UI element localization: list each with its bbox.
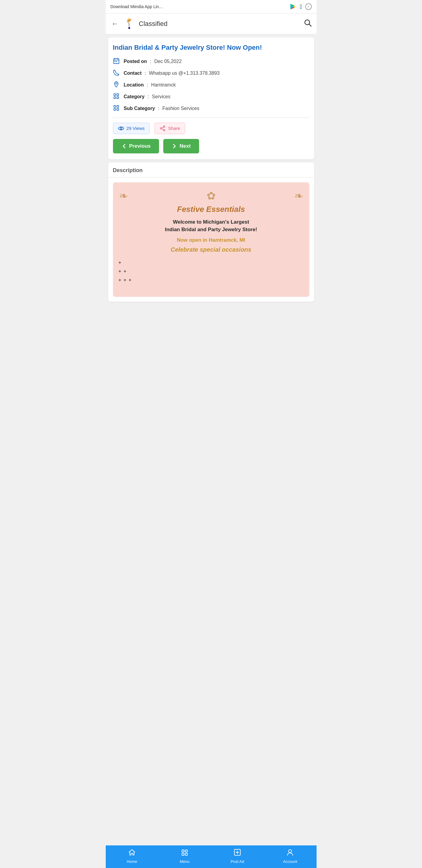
- svg-rect-18: [117, 108, 119, 110]
- account-svg: [286, 848, 294, 856]
- svg-line-3: [309, 24, 311, 26]
- header: ← Classified: [106, 13, 317, 34]
- account-icon: [286, 848, 294, 858]
- nav-menu[interactable]: Menu: [174, 848, 195, 864]
- category-value: Services: [152, 94, 170, 99]
- search-button[interactable]: [304, 19, 312, 29]
- svg-rect-28: [182, 853, 184, 855]
- festive-title: Festive Essentials: [119, 205, 303, 214]
- bottom-nav: Home Menu Post Ad: [106, 845, 317, 868]
- festive-banner: ❧ ✿ ❧ Festive Essentials Welcome to Mich…: [113, 182, 310, 297]
- svg-rect-9: [116, 61, 117, 62]
- subcategory-svg: [113, 104, 120, 111]
- posted-label: Posted on: [124, 59, 147, 64]
- next-button[interactable]: Next: [163, 139, 199, 153]
- svg-rect-8: [115, 61, 116, 62]
- svg-rect-16: [117, 105, 119, 107]
- share-label: Share: [168, 126, 180, 131]
- subcategory-row: Sub Category : Fashion Services: [113, 104, 310, 113]
- location-separator: :: [147, 82, 148, 88]
- category-icon: [113, 93, 121, 101]
- posted-row: Posted on : Dec 05,2022: [113, 58, 310, 66]
- search-icon: [304, 19, 312, 27]
- svg-rect-26: [182, 850, 184, 852]
- location-icon: [113, 81, 121, 89]
- phone-icon: [113, 69, 121, 78]
- svg-line-24: [162, 127, 164, 128]
- home-icon: [128, 848, 136, 858]
- nav-account[interactable]: Account: [280, 848, 301, 864]
- description-header: Description: [108, 162, 314, 178]
- actions-row: 29 Views Share: [113, 123, 310, 134]
- nav-post-ad-label: Post Ad: [231, 859, 244, 864]
- menu-icon: [181, 848, 189, 858]
- post-ad-svg: [233, 848, 241, 856]
- category-svg: [113, 93, 120, 99]
- calendar-icon: [113, 58, 121, 66]
- ornament-right: ❧: [294, 190, 303, 202]
- menu-svg: [181, 848, 189, 856]
- arrow-right-icon: [172, 144, 177, 149]
- svg-rect-27: [185, 850, 187, 852]
- post-ad-icon: [233, 848, 241, 858]
- banner-text: Download Miindia App Lin…: [110, 4, 290, 9]
- share-icon: [160, 125, 166, 131]
- festive-subtitle: Welcome to Michigan's LargestIndian Brid…: [119, 218, 303, 234]
- ornament-left: ❧: [119, 190, 128, 202]
- phone-svg: [113, 69, 120, 76]
- nav-home-label: Home: [127, 859, 137, 864]
- svg-line-25: [162, 129, 164, 130]
- nav-home[interactable]: Home: [121, 848, 142, 864]
- contact-row: Contact : Whatsapp us @+1.313.378.3893: [113, 69, 310, 78]
- next-label: Next: [180, 143, 191, 149]
- svg-point-20: [120, 127, 122, 129]
- stars-decoration: ✦✦ ✦✦ ✦ ✦: [118, 258, 132, 284]
- home-svg: [128, 848, 136, 856]
- description-card: Description ❧ ✿ ❧ Festive Essentials Wel…: [108, 162, 314, 302]
- logo: [123, 17, 136, 30]
- subcategory-icon: [113, 104, 121, 113]
- apple-icon: : [300, 3, 302, 10]
- posted-value: Dec 05,2022: [154, 59, 182, 64]
- svg-point-10: [116, 83, 117, 84]
- location-row: Location : Hamtramck: [113, 81, 310, 89]
- posted-separator: :: [150, 59, 151, 64]
- contact-label: Contact: [124, 70, 142, 76]
- category-row: Category : Services: [113, 93, 310, 101]
- nav-menu-label: Menu: [180, 859, 190, 864]
- svg-point-33: [289, 849, 292, 852]
- close-banner-button[interactable]: ×: [305, 3, 312, 10]
- calendar-svg: [113, 58, 120, 64]
- header-title: Classified: [139, 20, 301, 28]
- nav-row: Previous Next: [113, 139, 310, 153]
- previous-button[interactable]: Previous: [113, 139, 159, 153]
- listing-title: Indian Bridal & Party Jewelry Store! Now…: [113, 43, 310, 52]
- back-button[interactable]: ←: [110, 19, 120, 29]
- views-label: 29 Views: [127, 126, 145, 131]
- location-label: Location: [124, 82, 144, 88]
- subcategory-label: Sub Category: [124, 106, 155, 111]
- category-label: Category: [124, 94, 144, 99]
- app-banner: Download Miindia App Lin…  ×: [106, 0, 317, 13]
- nav-post-ad[interactable]: Post Ad: [227, 848, 248, 864]
- contact-value: Whatsapp us @+1.313.378.3893: [149, 70, 220, 76]
- festive-location: Now open in Hamtramck, MI: [119, 237, 303, 243]
- banner-icons:  ×: [289, 3, 312, 10]
- svg-point-23: [161, 127, 162, 129]
- ornament-top: ❧ ✿ ❧: [119, 190, 303, 202]
- share-button[interactable]: Share: [155, 123, 185, 134]
- svg-rect-12: [117, 94, 119, 96]
- views-button[interactable]: 29 Views: [113, 123, 150, 134]
- nav-account-label: Account: [283, 859, 297, 864]
- arrow-left-icon: [121, 144, 127, 149]
- category-separator: :: [148, 94, 149, 99]
- svg-rect-14: [117, 97, 119, 98]
- google-play-icon: [289, 3, 297, 10]
- festive-tagline: Celebrate special occasions: [119, 246, 303, 253]
- contact-separator: :: [144, 70, 146, 76]
- location-svg: [113, 81, 120, 88]
- svg-rect-15: [114, 105, 116, 107]
- subcategory-separator: :: [158, 106, 159, 111]
- ornament-center: ✿: [207, 190, 216, 202]
- svg-rect-17: [114, 108, 116, 110]
